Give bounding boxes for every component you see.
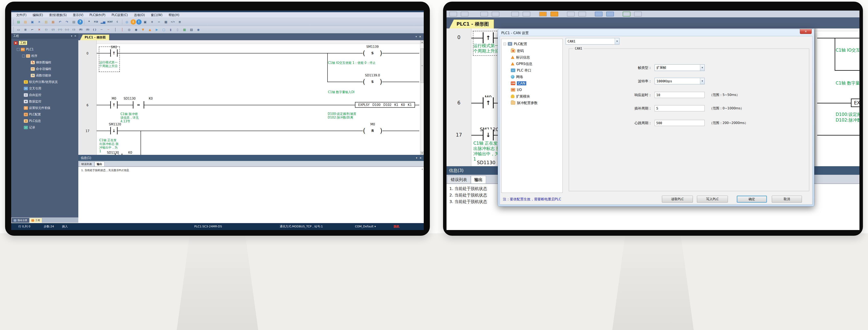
tree-root-project[interactable]: ▣ 工程 [13,40,27,45]
trace-chart-icon[interactable]: ▂▅ [100,19,106,25]
hcnt-icon[interactable]: HCNT [106,19,114,25]
ladder-editor[interactable]: 0 6 17 SM2 ↑ 运行模式第一个周期上升沿 SM1139 (S) C1轴… [78,40,424,155]
close-icon[interactable]: ✕ [74,35,76,37]
response-timeout-input[interactable] [655,92,705,98]
branch-line-icon[interactable]: ⌐ [29,27,36,33]
tree-item-plc-serial[interactable]: ▭ PLC 串口 [511,67,531,73]
tree-item-identity-info[interactable]: 标识信息 [511,55,530,60]
undo-icon[interactable]: ↶ [57,19,63,25]
insert-row-icon[interactable]: ≡ [22,27,29,33]
vline-icon[interactable]: │ [112,27,119,33]
can-channel-select[interactable]: CAN1 ▼ [566,38,619,44]
toolbar-grip[interactable] [13,27,14,32]
lock-icon[interactable]: ▮ [167,27,174,33]
contact-open-icon[interactable]: ┤├ [43,27,50,33]
menu-edit[interactable]: 编辑(E) [30,12,46,18]
tab-error-list[interactable]: 错误列表 [447,176,470,184]
fullscreen-icon[interactable]: ▣ [142,19,149,25]
expander-icon[interactable]: - [22,55,25,57]
instruction-explsy[interactable]: EXPLSYD100D102 K1K0K1 [355,102,415,108]
vline-delete-icon[interactable]: ┆ [119,27,125,33]
upload-plc-icon[interactable]: ▲ [147,27,153,33]
tree-item-io[interactable]: I/O I/O [511,87,522,93]
write-plc-button[interactable]: 写入PLC [697,196,728,203]
tree-item-network[interactable]: 网络 [511,74,523,80]
cancel-button[interactable]: 取消 [772,196,802,203]
pin-icon[interactable]: ▾ [416,157,417,159]
scroll-up-icon[interactable]: ▲ [422,168,423,170]
close-editor-icon[interactable]: ✕ [419,35,421,38]
compare-contact-eq[interactable]: = [133,101,144,108]
run-sim-icon[interactable]: ▶ [154,27,160,33]
tree-item-function-block[interactable]: fx 函数功能块 [31,73,51,78]
coil-icon[interactable]: ( ) [70,27,77,33]
tree-item-free-monitor[interactable]: ◎ 自由监控 [24,92,41,98]
hline-icon[interactable]: ─ [98,27,105,33]
tab-output[interactable]: 输出 [471,176,486,184]
tree-item-plc1[interactable]: - PLC PLC1 [17,47,34,52]
tip-icon[interactable]: ! [136,19,142,25]
select-mode-icon[interactable]: ◎ [126,27,132,33]
tab-instruction-category[interactable]: 指令分类 [11,218,29,223]
open-project-icon[interactable]: ▨ [22,19,29,25]
contact-sm2-rising[interactable]: ↑ [483,32,494,43]
toolbar-partial-icon[interactable] [461,11,468,16]
cut-icon[interactable]: ✕ [36,19,42,25]
tree-item-pulse-config[interactable]: 脉冲配置参数 [511,100,538,106]
toolbar-partial-icon[interactable] [567,11,575,16]
coil-reset-icon[interactable]: (R) [78,27,84,33]
zoom-in-icon[interactable]: + [149,19,155,25]
code-view-icon[interactable]: </> [169,19,176,25]
close-icon[interactable]: ✕ [420,157,422,160]
expander-icon[interactable]: - [503,43,506,45]
scroll-down-icon[interactable]: ▼ [421,152,424,155]
tree-item-device-comment[interactable]: ≡ 软元件注释/使用状况 [24,79,58,85]
tab-output[interactable]: 输出 [95,162,104,166]
c-edit-icon[interactable]: C [114,19,121,25]
instruction-icon[interactable]: { } [91,27,98,33]
download-plc-icon[interactable] [539,11,547,16]
coil-m0-reset[interactable]: (R) [363,127,382,134]
contact-sm1120-falling[interactable]: ↓ [483,129,494,140]
save-icon[interactable]: ▣ [29,19,36,25]
tree-item-password[interactable]: 密码 [511,48,524,54]
coil-sd1139-set[interactable]: (S) [363,78,382,85]
tree-item-cross-reference[interactable]: ↔ 交叉引用 [24,86,41,91]
redo-icon[interactable]: ↷ [64,19,70,25]
tree-item-program[interactable]: - ‹› 程序 [22,53,37,59]
find-icon[interactable]: ◎ [124,19,130,25]
tree-item-gprs-info[interactable]: GPRS信息 [511,61,532,67]
tab-error-list[interactable]: 错误列表 [79,162,94,166]
screen-sim-icon[interactable]: ▢ [160,27,167,33]
tree-item-can[interactable]: CAN CAN [511,80,526,86]
toolbar-partial-icon[interactable] [523,11,530,16]
instruction-explsy[interactable]: EXPLSY [851,99,860,107]
print-icon[interactable]: ▤ [70,19,77,25]
menu-options[interactable]: 选项(O) [131,12,148,18]
contact-closed-icon[interactable]: ┤/├ [50,27,56,33]
check-program-icon[interactable]: ≡ [177,19,183,25]
tab-plc1-ladder[interactable]: PLC1 - 梯形图 [80,35,109,40]
contact-m0-rising[interactable]: ↑ [110,101,118,108]
unlock-icon[interactable]: ▯ [174,27,181,33]
tree-item-initial-values[interactable]: ⊙ 设置软元件初值 [24,105,51,110]
contact-rising-icon[interactable]: ┤↑├ [57,27,63,33]
pid-icon[interactable]: PID [93,19,99,25]
heartbeat-cycle-input[interactable] [655,120,705,126]
contact-m0-rising[interactable]: ↑ [483,97,494,108]
insert-unit-icon[interactable]: ▭ [15,27,22,33]
expander-icon[interactable]: - [17,48,20,51]
download-plc-icon[interactable]: ▼ [140,27,146,33]
info-icon[interactable]: i [131,19,136,25]
toolbar-partial-icon[interactable] [578,11,586,16]
monitor-mode-icon[interactable]: ▤ [188,27,195,33]
ladder-convert-icon[interactable]: ▦ [181,27,188,33]
config-icon[interactable]: * [86,19,92,25]
menu-file[interactable]: 文件(F) [13,12,30,18]
coil-set-icon[interactable]: (S) [85,27,91,33]
tree-item-plc-config[interactable]: ◎ PLC配置 [24,112,41,117]
frame-type-select[interactable]: 扩展帧 ▼ [655,64,705,71]
toolbar-partial-icon[interactable] [450,11,457,16]
baud-rate-select[interactable]: 1000Kbps ▼ [655,78,705,84]
tree-item-data-monitor[interactable]: ◉ 数据监控 [24,99,41,104]
